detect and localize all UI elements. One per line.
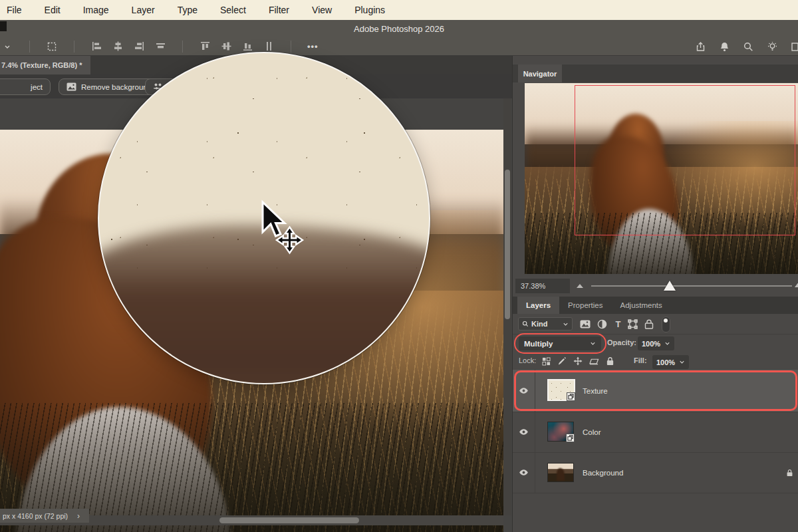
photoshop-app: File Edit Image Layer Type Select Filter… <box>0 0 798 532</box>
fill-value[interactable]: 100% <box>652 355 689 369</box>
tab-adjustments[interactable]: Adjustments <box>612 297 671 314</box>
document-dimensions: px x 4160 px (72 ppi) <box>3 512 68 520</box>
chevron-down-icon <box>563 321 569 327</box>
layer-row-texture[interactable]: Texture <box>513 370 798 412</box>
tab-navigator[interactable]: Navigator <box>518 65 562 82</box>
workspace-icon[interactable] <box>790 41 798 53</box>
slider-track[interactable] <box>591 285 792 287</box>
opacity-value[interactable]: 100% <box>638 336 674 350</box>
layer-thumbnail-background[interactable] <box>547 463 574 482</box>
filter-type-layers-icon[interactable]: T <box>612 319 624 330</box>
layers-filter-row: Kind T <box>513 314 798 334</box>
search-icon[interactable] <box>742 41 754 53</box>
smart-object-badge-icon <box>567 392 575 401</box>
select-subject-button[interactable]: ject <box>0 78 51 95</box>
zoom-out-icon[interactable] <box>577 284 583 288</box>
align-bottom-edges-icon[interactable] <box>241 41 253 53</box>
opacity-percent: 100% <box>642 340 660 348</box>
menu-edit[interactable]: Edit <box>45 5 61 15</box>
select-subject-label: ject <box>31 83 43 91</box>
share-icon[interactable] <box>694 41 706 53</box>
filter-shape-layers-icon[interactable] <box>627 319 638 330</box>
lock-transparent-pixels-icon[interactable] <box>541 356 551 366</box>
vertical-scrollbar[interactable] <box>503 98 511 515</box>
chevron-down-icon <box>679 359 685 365</box>
lock-image-pixels-brush-icon[interactable] <box>557 356 567 366</box>
notifications-bell-icon[interactable] <box>718 41 730 53</box>
filter-pixel-layers-icon[interactable] <box>579 319 591 330</box>
blend-mode-value: Multiply <box>524 340 553 348</box>
lock-label: Lock: <box>519 356 536 364</box>
horizontal-scrollbar-thumb[interactable] <box>219 517 359 523</box>
filter-smart-objects-icon[interactable] <box>643 319 654 330</box>
blend-mode-row: Multiply Opacity: 100% <box>513 334 798 352</box>
navigator-zoom-slider[interactable] <box>591 276 792 297</box>
layer-thumbnail-texture[interactable] <box>547 379 575 401</box>
layer-row-background[interactable]: Background <box>513 452 798 493</box>
eye-icon <box>519 469 529 476</box>
align-left-edges-icon[interactable] <box>90 41 102 53</box>
align-vertical-centers-icon[interactable] <box>220 41 232 53</box>
zoom-loupe <box>98 52 430 384</box>
filter-toggle[interactable] <box>662 317 670 332</box>
fill-label: Fill: <box>634 356 647 364</box>
slider-thumb[interactable] <box>664 281 676 291</box>
navigator-view-box[interactable] <box>575 85 795 235</box>
zoom-in-icon[interactable] <box>795 282 798 287</box>
menu-layer[interactable]: Layer <box>132 5 155 15</box>
menu-select[interactable]: Select <box>220 5 246 15</box>
layer-thumbnail-color[interactable] <box>547 422 574 442</box>
menu-type[interactable]: Type <box>178 5 198 15</box>
chevron-down-icon <box>590 340 596 346</box>
navigator-panel-header: Navigator <box>513 65 798 82</box>
navigator-tab-label: Navigator <box>523 70 557 78</box>
lock-row: Lock: Fill: 100% <box>513 352 798 370</box>
zoom-percentage: 37.38% <box>521 282 545 290</box>
lock-artboard-icon[interactable] <box>589 356 599 366</box>
discover-lightbulb-icon[interactable] <box>766 41 778 53</box>
navigator-footer: 37.38% <box>513 276 798 297</box>
visibility-toggle[interactable] <box>513 452 535 493</box>
chevron-down-icon[interactable] <box>1 41 13 53</box>
tab-layers[interactable]: Layers <box>517 297 559 314</box>
align-right-edges-icon[interactable] <box>133 41 145 53</box>
macos-menu-bar: File Edit Image Layer Type Select Filter… <box>0 0 798 20</box>
menu-plugins[interactable]: Plugins <box>354 5 385 15</box>
chevron-down-icon <box>664 340 670 346</box>
navigator-preview[interactable] <box>525 83 798 274</box>
layer-row-color[interactable]: Color <box>513 412 798 453</box>
menu-file[interactable]: File <box>7 5 22 15</box>
fill-percent: 100% <box>656 358 675 366</box>
menu-view[interactable]: View <box>312 5 332 15</box>
status-chevron-icon[interactable]: › <box>77 511 80 521</box>
eye-icon <box>519 387 529 394</box>
align-top-edges-icon[interactable] <box>199 41 211 53</box>
distribute-horizontal-icon[interactable] <box>154 41 166 53</box>
more-options-icon[interactable]: ••• <box>307 41 319 51</box>
window-title: Adobe Photoshop 2026 <box>354 24 444 34</box>
lock-position-icon[interactable] <box>573 356 583 366</box>
menu-filter[interactable]: Filter <box>269 5 289 15</box>
filter-adjustment-layers-icon[interactable] <box>597 319 608 330</box>
tab-properties[interactable]: Properties <box>559 297 611 314</box>
divider <box>74 41 74 53</box>
vertical-scrollbar-thumb[interactable] <box>505 170 510 319</box>
thumbnail-figure <box>557 468 564 481</box>
filter-kind-select[interactable]: Kind <box>518 317 573 331</box>
visibility-toggle[interactable] <box>513 370 535 412</box>
right-panel-dock: Navigator 37.38% <box>512 56 798 532</box>
transform-selection-icon[interactable] <box>46 41 58 53</box>
smart-object-badge-icon <box>566 434 575 442</box>
document-tab[interactable]: 7.4% (Texture, RGB/8) * <box>0 56 90 74</box>
navigator-zoom-value[interactable]: 37.38% <box>515 279 570 293</box>
menu-image[interactable]: Image <box>83 5 109 15</box>
distribute-vertical-icon[interactable] <box>263 41 275 53</box>
align-horizontal-centers-icon[interactable] <box>112 41 124 53</box>
background-lock-icon <box>786 469 793 477</box>
document-tab-label: 7.4% (Texture, RGB/8) * <box>1 61 82 69</box>
divider <box>29 41 30 53</box>
visibility-toggle[interactable] <box>513 412 535 452</box>
blend-mode-select[interactable]: Multiply <box>519 336 601 350</box>
lock-all-icon[interactable] <box>604 356 615 366</box>
search-icon <box>522 321 529 327</box>
